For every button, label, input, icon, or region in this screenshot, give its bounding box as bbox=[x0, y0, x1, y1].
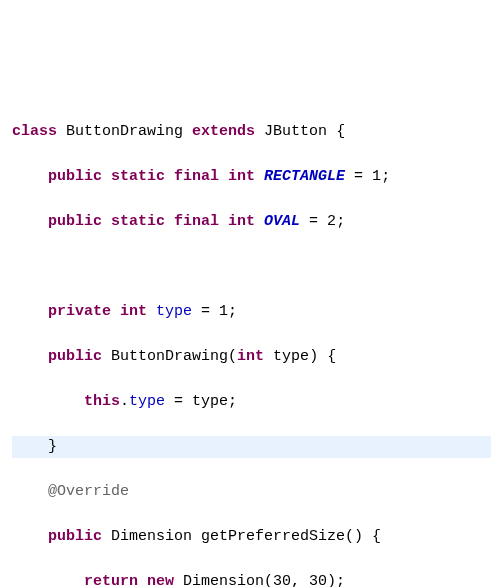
code-line bbox=[12, 256, 491, 279]
type-name: JButton bbox=[264, 123, 327, 140]
param: type bbox=[264, 348, 309, 365]
method: getPreferredSize bbox=[201, 528, 345, 545]
keyword: this bbox=[84, 393, 120, 410]
code-line: class ButtonDrawing extends JButton { bbox=[12, 121, 491, 144]
class-name: ButtonDrawing bbox=[66, 123, 183, 140]
modifier: public bbox=[48, 348, 102, 365]
eq: = bbox=[192, 303, 219, 320]
constant: RECTANGLE bbox=[264, 168, 345, 185]
paren: ) { bbox=[309, 348, 336, 365]
code-line: public static final int RECTANGLE = 1; bbox=[12, 166, 491, 189]
modifiers: public static final int bbox=[48, 168, 255, 185]
code-line: public Dimension getPreferredSize() { bbox=[12, 526, 491, 549]
rest: () { bbox=[345, 528, 381, 545]
field: type bbox=[129, 393, 165, 410]
constructor: ButtonDrawing bbox=[111, 348, 228, 365]
code-line: this.type = type; bbox=[12, 391, 491, 414]
rest: Dimension(30, 30); bbox=[174, 573, 345, 588]
keyword: int bbox=[237, 348, 264, 365]
paren: ( bbox=[228, 348, 237, 365]
keyword: extends bbox=[192, 123, 255, 140]
modifiers: private int bbox=[48, 303, 147, 320]
modifiers: public static final int bbox=[48, 213, 255, 230]
rest: = type; bbox=[165, 393, 237, 410]
semi: ; bbox=[336, 213, 345, 230]
code-line: private int type = 1; bbox=[12, 301, 491, 324]
code-line: public static final int OVAL = 2; bbox=[12, 211, 491, 234]
eq: = bbox=[345, 168, 372, 185]
modifier: public bbox=[48, 528, 102, 545]
number: 1 bbox=[372, 168, 381, 185]
dot: . bbox=[120, 393, 129, 410]
number: 1 bbox=[219, 303, 228, 320]
return-type: Dimension bbox=[102, 528, 201, 545]
brace: } bbox=[48, 438, 57, 455]
eq: = bbox=[300, 213, 327, 230]
code-line: return new Dimension(30, 30); bbox=[12, 571, 491, 588]
field: type bbox=[156, 303, 192, 320]
brace: { bbox=[327, 123, 345, 140]
keyword: class bbox=[12, 123, 57, 140]
constant: OVAL bbox=[264, 213, 300, 230]
keyword: return new bbox=[84, 573, 174, 588]
semi: ; bbox=[381, 168, 390, 185]
code-line: @Override bbox=[12, 481, 491, 504]
code-line-highlighted: } bbox=[12, 436, 491, 459]
annotation: @Override bbox=[48, 483, 129, 500]
code-block: class ButtonDrawing extends JButton { pu… bbox=[12, 98, 491, 587]
semi: ; bbox=[228, 303, 237, 320]
number: 2 bbox=[327, 213, 336, 230]
code-line: public ButtonDrawing(int type) { bbox=[12, 346, 491, 369]
